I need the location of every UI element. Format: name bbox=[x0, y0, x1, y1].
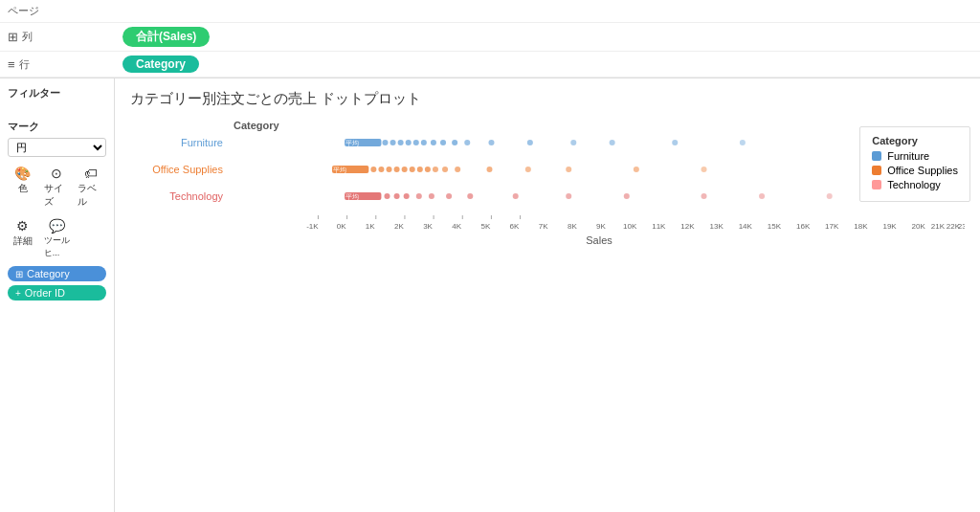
rows-label: ≡ 行 bbox=[8, 57, 122, 72]
legend: Category Furniture Office Supplies Techn… bbox=[859, 126, 970, 202]
mark-grid: 🎨 色 ⊙ サイズ 🏷 ラベル ⚙ 詳細 💬 ツールヒ... bbox=[8, 163, 106, 262]
svg-point-29 bbox=[442, 167, 448, 172]
svg-text:15K: 15K bbox=[768, 222, 782, 231]
furniture-legend-dot bbox=[872, 151, 881, 161]
svg-point-11 bbox=[464, 140, 470, 145]
x-axis-svg: -1K 0K 1K 2K 3K 4K 5K 6K 7K 8K 9K 10K 11… bbox=[234, 215, 965, 233]
svg-text:6K: 6K bbox=[510, 222, 520, 231]
svg-point-35 bbox=[701, 167, 706, 172]
svg-point-43 bbox=[446, 193, 452, 199]
x-axis-label: Sales bbox=[234, 234, 965, 246]
svg-point-32 bbox=[525, 167, 531, 172]
svg-point-48 bbox=[701, 193, 706, 199]
chart-area: カテゴリー別注文ごとの売上 ドットプロット Category Furniture… bbox=[115, 78, 980, 512]
svg-point-7 bbox=[421, 140, 427, 145]
svg-text:5K: 5K bbox=[480, 222, 490, 231]
office-svg: 平均 bbox=[231, 160, 965, 179]
detail-icon: ⚙ bbox=[16, 218, 29, 234]
svg-text:-1K: -1K bbox=[306, 222, 319, 231]
svg-point-44 bbox=[467, 193, 473, 199]
technology-svg: 平均 bbox=[231, 187, 965, 206]
legend-furniture: Furniture bbox=[872, 150, 958, 162]
technology-row: Technology 平均 bbox=[130, 187, 965, 206]
svg-text:12K: 12K bbox=[680, 222, 695, 231]
technology-legend-label: Technology bbox=[887, 179, 941, 190]
label-mark[interactable]: 🏷 ラベル bbox=[76, 163, 106, 211]
main-area: フィルター マーク 円 棒 線 エリア テキスト 🎨 色 ⊙ サイズ bbox=[0, 78, 980, 512]
svg-text:16K: 16K bbox=[796, 222, 811, 231]
svg-point-3 bbox=[390, 140, 396, 145]
furniture-label: Furniture bbox=[130, 137, 231, 148]
filters-section: フィルター bbox=[8, 86, 106, 104]
svg-point-21 bbox=[378, 167, 384, 172]
svg-point-40 bbox=[404, 193, 410, 199]
svg-point-28 bbox=[433, 167, 438, 172]
svg-point-6 bbox=[413, 140, 419, 145]
mark-type-select[interactable]: 円 棒 線 エリア テキスト bbox=[8, 138, 106, 157]
color-mark[interactable]: 🎨 色 bbox=[8, 163, 38, 211]
svg-text:20K: 20K bbox=[912, 222, 926, 231]
tooltip-mark[interactable]: 💬 ツールヒ... bbox=[42, 215, 73, 262]
label-icon: 🏷 bbox=[84, 166, 98, 181]
filters-label: フィルター bbox=[8, 86, 106, 100]
svg-text:11K: 11K bbox=[652, 222, 666, 231]
size-label: サイズ bbox=[44, 182, 71, 209]
cols-label: ⊞ 列 bbox=[8, 30, 122, 44]
legend-title: Category bbox=[872, 135, 958, 146]
office-dots: 平均 bbox=[231, 160, 965, 179]
cols-pill[interactable]: 合計(Sales) bbox=[122, 27, 210, 47]
svg-point-42 bbox=[429, 193, 434, 199]
marks-section: マーク 円 棒 線 エリア テキスト 🎨 色 ⊙ サイズ 🏷 ラ bbox=[8, 120, 106, 301]
orderid-label: Order ID bbox=[25, 287, 65, 299]
rows-row: ≡ 行 Category bbox=[0, 52, 980, 78]
office-legend-label: Office Supplies bbox=[887, 165, 958, 176]
category-pill[interactable]: ⊞ Category bbox=[8, 266, 106, 281]
svg-point-4 bbox=[398, 140, 404, 145]
svg-point-38 bbox=[384, 193, 390, 199]
pages-label: ページ bbox=[8, 4, 122, 18]
svg-text:23K: 23K bbox=[958, 222, 965, 231]
label-label: ラベル bbox=[78, 182, 104, 209]
tooltip-icon: 💬 bbox=[49, 218, 65, 234]
svg-text:13K: 13K bbox=[709, 222, 724, 231]
svg-text:0K: 0K bbox=[337, 222, 346, 231]
furniture-dots: 平均 bbox=[231, 133, 965, 152]
size-mark[interactable]: ⊙ サイズ bbox=[42, 163, 73, 211]
svg-point-49 bbox=[759, 193, 765, 199]
office-label: Office Supplies bbox=[130, 164, 231, 175]
x-axis: -1K 0K 1K 2K 3K 4K 5K 6K 7K 8K 9K 10K 11… bbox=[234, 215, 965, 233]
detail-mark[interactable]: ⚙ 詳細 bbox=[8, 215, 38, 262]
svg-text:9K: 9K bbox=[596, 222, 606, 231]
pages-row: ページ bbox=[0, 0, 980, 23]
svg-point-25 bbox=[410, 167, 415, 172]
svg-point-50 bbox=[827, 193, 833, 199]
svg-point-20 bbox=[370, 167, 376, 172]
svg-point-13 bbox=[527, 140, 533, 145]
svg-point-46 bbox=[566, 193, 571, 199]
svg-text:8K: 8K bbox=[568, 222, 577, 231]
dimension-pills: ⊞ Category + Order ID bbox=[8, 266, 106, 301]
svg-point-24 bbox=[402, 167, 408, 172]
tooltip-label: ツールヒ... bbox=[44, 234, 71, 259]
svg-text:18K: 18K bbox=[854, 222, 868, 231]
rows-pill[interactable]: Category bbox=[122, 56, 199, 73]
svg-text:21K: 21K bbox=[931, 222, 946, 231]
svg-point-45 bbox=[513, 193, 519, 199]
svg-point-34 bbox=[634, 167, 639, 172]
svg-text:平均: 平均 bbox=[333, 167, 346, 173]
svg-text:2K: 2K bbox=[394, 222, 404, 231]
svg-text:平均: 平均 bbox=[345, 193, 359, 200]
orderid-icon: + bbox=[15, 288, 21, 299]
svg-point-10 bbox=[452, 140, 457, 145]
legend-technology: Technology bbox=[872, 179, 958, 190]
furniture-legend-label: Furniture bbox=[887, 150, 929, 162]
svg-point-12 bbox=[488, 140, 494, 145]
category-col-header: Category bbox=[234, 120, 279, 131]
svg-point-26 bbox=[417, 167, 423, 172]
sidebar: フィルター マーク 円 棒 線 エリア テキスト 🎨 色 ⊙ サイズ bbox=[0, 78, 115, 512]
technology-dots: 平均 bbox=[231, 187, 965, 206]
svg-text:19K: 19K bbox=[882, 222, 897, 231]
marks-label: マーク bbox=[8, 120, 106, 134]
svg-point-47 bbox=[624, 193, 630, 199]
orderid-pill[interactable]: + Order ID bbox=[8, 285, 106, 301]
